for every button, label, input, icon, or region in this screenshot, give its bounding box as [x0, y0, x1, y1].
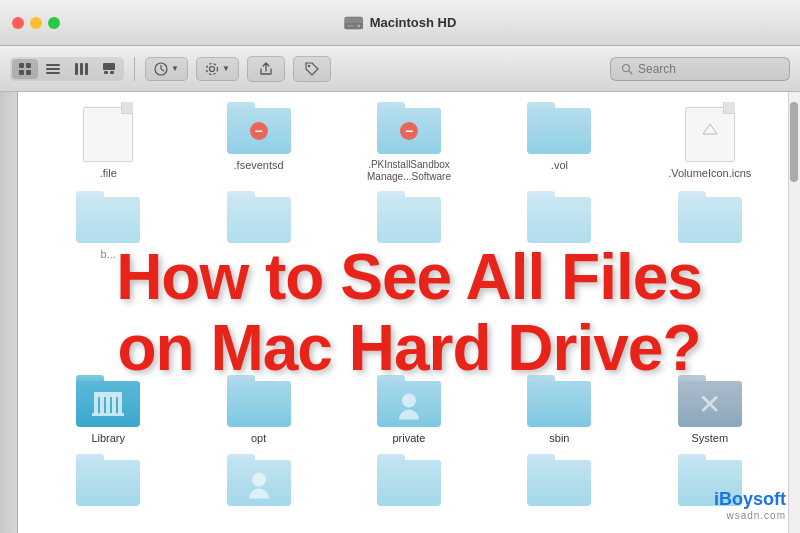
maximize-button[interactable] — [48, 17, 60, 29]
action-chevron: ▼ — [222, 64, 230, 73]
toolbar: ▼ ▼ — [0, 46, 800, 92]
restrict-badge: − — [250, 122, 268, 140]
list-item[interactable] — [334, 191, 484, 260]
scrollbar-thumb[interactable] — [790, 102, 798, 182]
gear-icon — [205, 62, 219, 76]
list-item[interactable]: .VolumeIcon.icns — [635, 102, 785, 183]
file-icon — [83, 102, 133, 162]
tag-button[interactable] — [293, 56, 331, 82]
folder-icon — [227, 191, 291, 243]
list-item[interactable] — [334, 454, 484, 506]
window-title: Macintosh HD — [344, 15, 457, 31]
svg-point-9 — [308, 64, 310, 66]
file-icon — [685, 102, 735, 162]
title-bar: Macintosh HD — [0, 0, 800, 46]
list-item[interactable]: Library — [33, 375, 183, 444]
column-view-button[interactable] — [68, 59, 95, 79]
svg-point-7 — [209, 66, 214, 71]
brand-sub: wsadn.com — [726, 510, 786, 521]
list-item[interactable]: .vol — [484, 102, 634, 183]
folder-icon — [527, 191, 591, 243]
list-item[interactable] — [33, 454, 183, 506]
svg-line-11 — [629, 71, 632, 74]
list-item[interactable] — [484, 454, 634, 506]
search-input[interactable] — [638, 62, 778, 76]
search-bar[interactable] — [610, 57, 790, 81]
file-grid-row4 — [18, 454, 800, 506]
arrange-icon — [154, 62, 168, 76]
list-item[interactable]: b... — [33, 191, 183, 260]
folder-icon: − — [227, 102, 291, 154]
folder-icon: − — [377, 102, 441, 154]
close-button[interactable] — [12, 17, 24, 29]
folder-icon — [227, 375, 291, 427]
arrange-dropdown[interactable]: ▼ — [145, 57, 188, 81]
folder-icon — [377, 454, 441, 506]
list-item[interactable]: − .fseventsd — [183, 102, 333, 183]
sidebar — [0, 92, 18, 533]
overlay-spacer — [18, 260, 800, 375]
list-item[interactable]: ✕ System — [635, 375, 785, 444]
file-grid-row2: b... — [18, 183, 800, 260]
library-folder-icon — [76, 375, 140, 427]
list-item[interactable] — [635, 191, 785, 260]
icon-view-button[interactable] — [12, 59, 38, 79]
list-item[interactable]: .file — [33, 102, 183, 183]
share-button[interactable] — [247, 56, 285, 82]
svg-point-10 — [623, 64, 630, 71]
list-view-button[interactable] — [39, 60, 67, 78]
folder-icon — [76, 191, 140, 243]
list-item[interactable] — [183, 191, 333, 260]
separator-1 — [134, 57, 135, 81]
svg-rect-3 — [347, 25, 354, 26]
scrollbar[interactable] — [788, 92, 800, 533]
list-item[interactable] — [183, 454, 333, 506]
brand-name: iBoysoft — [714, 489, 786, 510]
list-item[interactable] — [484, 191, 634, 260]
tag-icon — [304, 61, 320, 77]
private-folder-icon — [377, 375, 441, 427]
cover-view-button[interactable] — [96, 59, 122, 78]
system-folder-icon: ✕ — [678, 375, 742, 427]
search-icon — [621, 63, 633, 75]
minimize-button[interactable] — [30, 17, 42, 29]
view-mode-group — [10, 57, 124, 81]
share-icon — [258, 61, 274, 77]
restrict-badge: − — [400, 122, 418, 140]
folder-icon — [678, 191, 742, 243]
file-grid-row1: .file − .fseventsd − .PKInstallSandboxMa… — [18, 92, 800, 183]
list-item[interactable]: sbin — [484, 375, 634, 444]
folder-icon — [377, 191, 441, 243]
hard-drive-icon — [344, 15, 364, 31]
svg-point-2 — [357, 24, 360, 27]
arrange-chevron: ▼ — [171, 64, 179, 73]
file-grid-row3: Library opt — [18, 375, 800, 454]
main-content: .file − .fseventsd − .PKInstallSandboxMa… — [18, 92, 800, 533]
svg-line-6 — [161, 69, 164, 71]
list-item[interactable]: opt — [183, 375, 333, 444]
folder-icon — [227, 454, 291, 506]
list-item[interactable]: − .PKInstallSandboxManage...Software — [334, 102, 484, 183]
folder-icon — [76, 454, 140, 506]
folder-icon — [527, 454, 591, 506]
content-area: .file − .fseventsd − .PKInstallSandboxMa… — [0, 92, 800, 533]
folder-icon — [527, 102, 591, 154]
list-item[interactable]: private — [334, 375, 484, 444]
action-dropdown[interactable]: ▼ — [196, 57, 239, 81]
svg-point-8 — [206, 63, 217, 74]
iboysoft-logo: iBoysoft wsadn.com — [714, 489, 786, 521]
folder-icon — [527, 375, 591, 427]
icns-thumb — [701, 120, 719, 138]
